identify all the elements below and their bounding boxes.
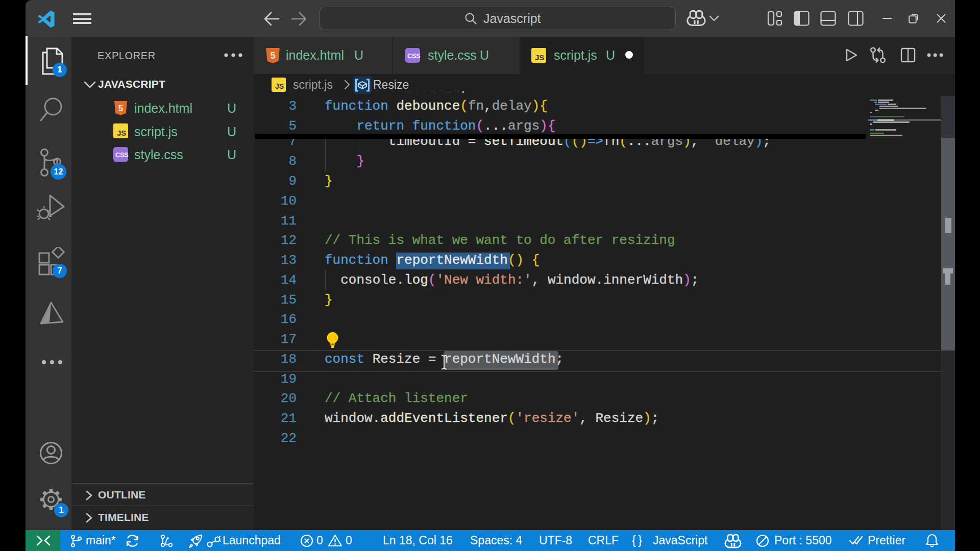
svg-text:5: 5 <box>270 51 275 61</box>
svg-text:5: 5 <box>118 104 123 113</box>
